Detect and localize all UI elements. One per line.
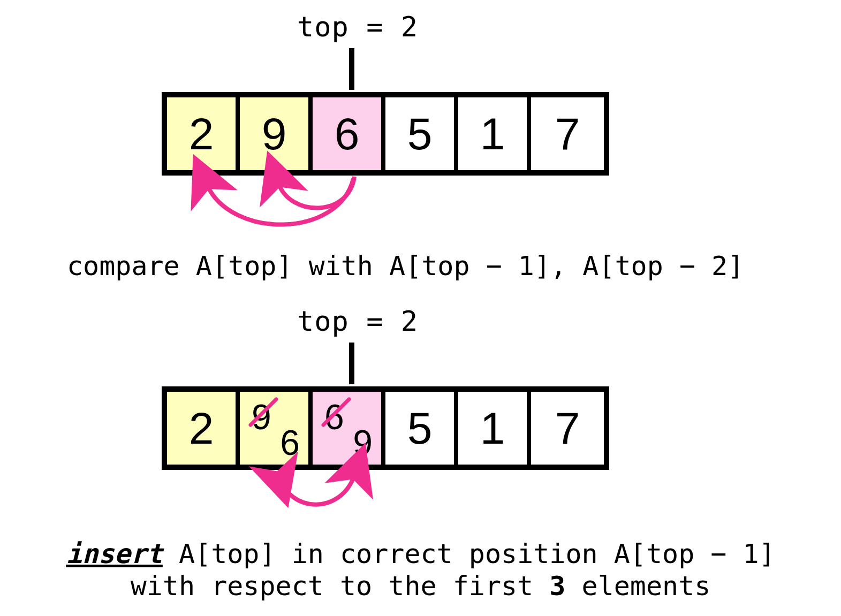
cell-1-old: 9 (252, 399, 271, 435)
array-step1: 2 9 6 5 1 7 (162, 92, 609, 176)
cell-1-swap: 9 6 (240, 392, 313, 465)
compare-arrows-step1 (162, 169, 611, 260)
cell-3: 5 (385, 392, 458, 465)
caption-step2-line1-rest: A[top] in correct position A[top − 1] (163, 538, 775, 569)
cell-2-swap: 6 9 (313, 392, 385, 465)
cell-4: 1 (458, 97, 531, 170)
caption-step2-bold3: 3 (549, 571, 565, 602)
insertion-sort-step-diagram: top = 2 2 9 6 5 1 7 compare A[top] with … (0, 0, 841, 616)
cell-3: 5 (385, 97, 458, 170)
array-step2: 2 9 6 6 9 5 1 7 (162, 386, 609, 470)
caption-step2-line2a: with respect to the first (131, 571, 550, 602)
swap-arrow-step2 (162, 463, 611, 538)
cell-1-new: 6 (280, 425, 300, 460)
cell-0: 2 (167, 97, 240, 170)
cell-2-current: 6 (313, 97, 385, 170)
cell-5: 7 (531, 392, 604, 465)
pointer-line-step2 (349, 343, 354, 384)
top-label-step1: top = 2 (297, 11, 418, 43)
cell-4: 1 (458, 392, 531, 465)
cell-2-new: 9 (353, 425, 373, 460)
pointer-line-step1 (349, 48, 354, 90)
cell-5: 7 (531, 97, 604, 170)
caption-step2-line2b: elements (565, 571, 710, 602)
cell-0: 2 (167, 392, 240, 465)
top-label-step2: top = 2 (297, 305, 418, 337)
caption-step2: insert A[top] in correct position A[top … (0, 538, 841, 602)
cell-1: 9 (240, 97, 313, 170)
caption-step1: compare A[top] with A[top − 1], A[top − … (67, 250, 744, 282)
cell-2-old: 6 (324, 399, 344, 435)
insert-keyword: insert (66, 538, 163, 569)
